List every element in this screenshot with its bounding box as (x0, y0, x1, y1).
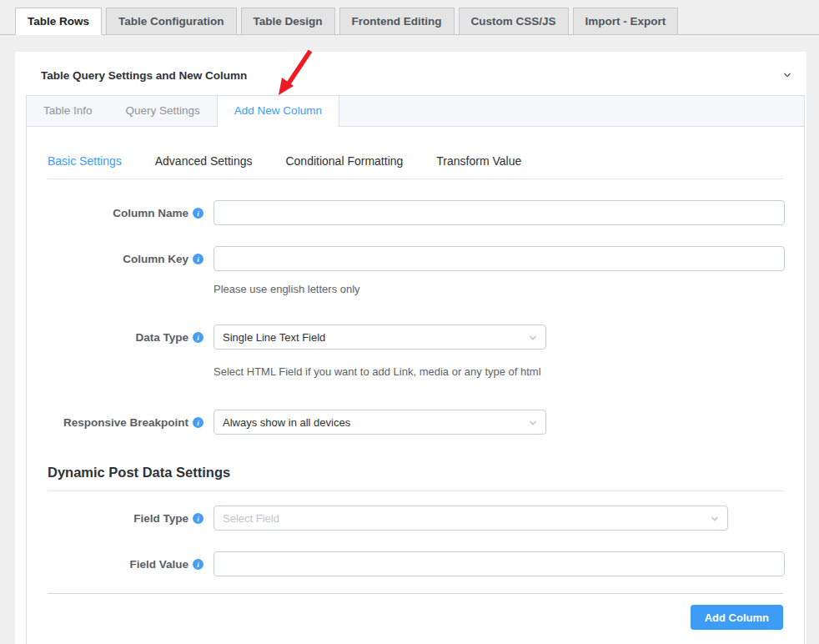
main-tab-bar: Table Rows Table Configuration Table Des… (0, 0, 819, 35)
chevron-down-icon (528, 418, 538, 428)
tab-table-design[interactable]: Table Design (241, 8, 335, 35)
data-type-label: Data Type i (48, 325, 203, 344)
field-value-label: Field Value i (48, 551, 203, 571)
form-footer: Add Column (48, 593, 783, 644)
tab-conditional-formatting[interactable]: Conditional Formatting (285, 154, 403, 168)
column-key-label: Column Key i (48, 246, 203, 265)
tab-basic-settings[interactable]: Basic Settings (48, 154, 122, 168)
add-new-column-panel: Basic Settings Advanced Settings Conditi… (27, 154, 804, 644)
column-settings-tabs: Table Info Query Settings Add New Column… (26, 95, 805, 644)
tab-table-configuration[interactable]: Table Configuration (106, 8, 237, 35)
panel-title: Table Query Settings and New Column (41, 69, 247, 82)
tab-frontend-editing[interactable]: Frontend Editing (339, 8, 455, 35)
chevron-down-icon (528, 333, 538, 343)
responsive-breakpoint-selected-value: Always show in all devices (223, 416, 350, 429)
info-icon[interactable]: i (193, 208, 203, 219)
info-icon[interactable]: i (193, 332, 203, 343)
info-icon[interactable]: i (193, 559, 203, 570)
form-row-field-type: Field Type i Select Field (48, 506, 783, 531)
form-row-data-type: Data Type i Single Line Text Field Selec… (48, 325, 783, 378)
basic-settings-form: Column Name i Column Key i (48, 179, 783, 644)
tab-import-export[interactable]: Import - Export (573, 8, 679, 35)
panel-header: Table Query Settings and New Column (15, 52, 806, 95)
settings-panel: Table Query Settings and New Column Tabl… (15, 52, 806, 644)
form-row-column-name: Column Name i (48, 200, 783, 225)
add-column-button[interactable]: Add Column (691, 605, 783, 630)
tab-add-new-column[interactable]: Add New Column (217, 96, 339, 127)
info-icon[interactable]: i (193, 417, 203, 428)
tab-query-settings[interactable]: Query Settings (109, 96, 217, 126)
form-row-responsive-breakpoint: Responsive Breakpoint i Always show in a… (48, 410, 783, 435)
info-icon[interactable]: i (193, 513, 203, 524)
field-type-select[interactable]: Select Field (214, 506, 728, 531)
column-key-help-text: Please use english letters only (214, 283, 785, 295)
data-type-selected-value: Single Line Text Field (223, 331, 325, 344)
tab-table-info[interactable]: Table Info (27, 96, 109, 126)
dynamic-post-data-settings-title: Dynamic Post Data Settings (48, 465, 783, 480)
admin-page: Table Rows Table Configuration Table Des… (0, 0, 819, 644)
column-settings-tab-header: Table Info Query Settings Add New Column (27, 96, 804, 127)
tab-advanced-settings[interactable]: Advanced Settings (155, 154, 253, 168)
tab-custom-css-js[interactable]: Custom CSS/JS (459, 8, 569, 35)
column-name-input[interactable] (214, 200, 785, 225)
field-type-label: Field Type i (48, 506, 203, 525)
chevron-down-icon[interactable] (780, 68, 795, 83)
responsive-breakpoint-select[interactable]: Always show in all devices (214, 410, 546, 435)
column-name-label: Column Name i (48, 200, 203, 219)
chevron-down-icon (710, 514, 720, 524)
info-icon[interactable]: i (193, 254, 203, 264)
form-row-column-key: Column Key i Please use english letters … (48, 246, 783, 295)
responsive-breakpoint-label: Responsive Breakpoint i (48, 410, 203, 429)
column-sub-tabs: Basic Settings Advanced Settings Conditi… (48, 154, 783, 179)
tab-table-rows[interactable]: Table Rows (15, 8, 102, 35)
form-row-field-value: Field Value i (48, 551, 783, 576)
data-type-select[interactable]: Single Line Text Field (214, 325, 546, 350)
data-type-help-text: Select HTML Field if you want to add Lin… (214, 365, 783, 378)
field-type-placeholder: Select Field (223, 512, 279, 525)
field-value-input[interactable] (214, 551, 785, 576)
column-key-input[interactable] (214, 246, 785, 271)
tab-transform-value[interactable]: Transform Value (436, 154, 521, 168)
